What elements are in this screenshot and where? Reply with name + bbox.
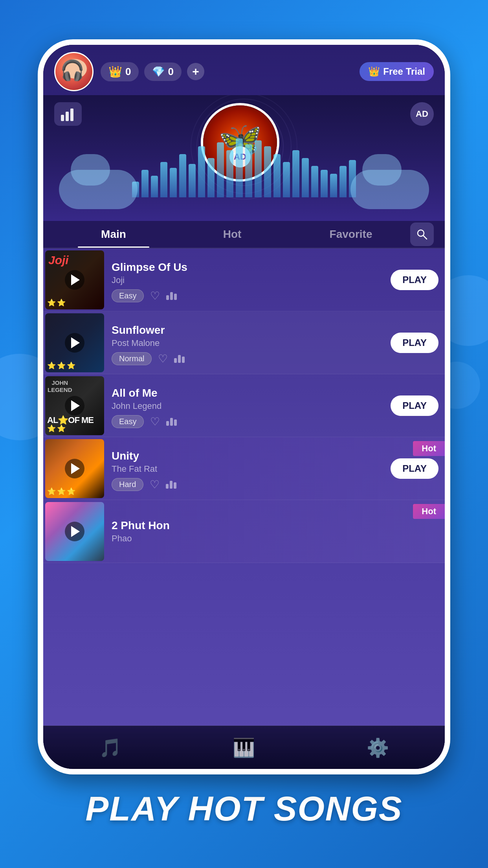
- chart-button-2[interactable]: [174, 355, 185, 363]
- play-overlay-1[interactable]: [65, 270, 84, 290]
- chart-bar: [178, 355, 181, 363]
- song-artist-3: John Legend: [112, 401, 387, 411]
- header-stats: 👑 0 💎 0 +: [101, 62, 352, 81]
- difficulty-badge-2: Normal: [112, 352, 152, 365]
- song-info-5: 2 Phut Hon Phao: [106, 515, 445, 548]
- song-info-2: Sunflower Post Malone Normal ♡: [106, 320, 391, 365]
- play-overlay-3[interactable]: [65, 396, 84, 416]
- song-info-4: Unity The Fat Rat Hard ♡: [106, 446, 391, 491]
- coins-stat: 👑 0: [101, 62, 139, 81]
- stars-row-1: ⭐ ⭐: [47, 298, 66, 307]
- heart-button-4[interactable]: ♡: [150, 478, 160, 491]
- song-artist-1: Joji: [112, 275, 387, 285]
- play-triangle-1: [71, 274, 80, 285]
- star: ⭐: [47, 298, 56, 307]
- add-currency-button[interactable]: +: [187, 63, 204, 80]
- search-button[interactable]: [410, 223, 434, 246]
- difficulty-badge-4: Hard: [112, 478, 143, 491]
- phone-inner: 👑 0 💎 0 + 👑 Free Trial: [43, 45, 445, 769]
- song-item: ⭐ ⭐ ⭐ Unity The Fat Rat Hard ♡: [43, 437, 445, 500]
- svg-rect-2: [70, 108, 73, 121]
- heart-button-1[interactable]: ♡: [150, 289, 160, 302]
- play-overlay-4[interactable]: [65, 459, 84, 478]
- star: ⭐: [47, 487, 56, 496]
- play-triangle-5: [71, 526, 80, 537]
- nav-item-piano[interactable]: 🎹: [233, 737, 255, 758]
- hot-badge-5: Hot: [413, 504, 445, 519]
- song-list: Joji ⭐ ⭐ Glimpse Of Us Joji Easy ♡: [43, 248, 445, 726]
- coins-value: 0: [125, 66, 131, 78]
- free-trial-button[interactable]: 👑 Free Trial: [360, 62, 434, 81]
- play-triangle-2: [71, 337, 80, 348]
- nav-item-music[interactable]: 🎵: [99, 737, 121, 758]
- free-trial-crown-icon: 👑: [368, 66, 380, 77]
- chart-bar: [170, 418, 173, 426]
- song-thumbnail-5: [45, 502, 104, 561]
- song-item: 2 Phut Hon Phao Hot: [43, 500, 445, 563]
- joji-logo: Joji: [48, 254, 69, 267]
- tab-bar: Main Hot Favorite: [43, 221, 445, 248]
- song-thumbnail-3: JOHNLEGEND AL⭐OF ME ⭐ ⭐: [45, 376, 104, 435]
- piano-icon: 🎹: [233, 737, 255, 758]
- play-triangle-3: [71, 400, 80, 411]
- free-trial-label: Free Trial: [383, 66, 425, 77]
- stars-row-3: ⭐ ⭐: [47, 424, 66, 433]
- chart-bar: [166, 295, 169, 300]
- song-info-1: Glimpse Of Us Joji Easy ♡: [106, 257, 391, 302]
- star: ⭐: [57, 361, 66, 370]
- chart-button-3[interactable]: [166, 418, 177, 426]
- gem-icon: 💎: [152, 66, 165, 78]
- header-bar: 👑 0 💎 0 + 👑 Free Trial: [43, 45, 445, 95]
- song-info-3: All of Me John Legend Easy ♡: [106, 383, 391, 428]
- chart-bar: [166, 421, 169, 426]
- play-button-1[interactable]: PLAY: [391, 270, 438, 290]
- chart-bar: [166, 484, 169, 489]
- song-title-1: Glimpse Of Us: [112, 261, 387, 274]
- tab-hot[interactable]: Hot: [173, 222, 292, 247]
- visualizer-area: AD 🦋 AD: [43, 95, 445, 221]
- bottom-nav: 🎵 🎹 ⚙️: [43, 726, 445, 769]
- song-meta-1: Easy ♡: [112, 289, 387, 302]
- tab-main[interactable]: Main: [54, 222, 173, 247]
- clouds-container: [43, 170, 445, 209]
- chart-button-4[interactable]: [166, 481, 176, 489]
- ad-corner-button[interactable]: AD: [410, 102, 434, 126]
- chart-bar: [174, 294, 177, 300]
- song-item: Joji ⭐ ⭐ Glimpse Of Us Joji Easy ♡: [43, 248, 445, 311]
- avatar[interactable]: [54, 52, 94, 91]
- song-meta-4: Hard ♡: [112, 478, 387, 491]
- chart-bar: [174, 419, 177, 426]
- nav-item-settings[interactable]: ⚙️: [367, 737, 389, 758]
- play-overlay-2[interactable]: [65, 333, 84, 353]
- heart-button-3[interactable]: ♡: [150, 415, 160, 428]
- song-item: JOHNLEGEND AL⭐OF ME ⭐ ⭐ All of Me John L…: [43, 374, 445, 437]
- song-artist-5: Phao: [112, 533, 441, 544]
- song-thumbnail-1: Joji ⭐ ⭐: [45, 250, 104, 309]
- tab-favorite[interactable]: Favorite: [292, 222, 410, 247]
- star: ⭐: [67, 361, 75, 370]
- play-button-3[interactable]: PLAY: [391, 395, 438, 416]
- song-title-5: 2 Phut Hon: [112, 519, 441, 532]
- play-button-2[interactable]: PLAY: [391, 333, 438, 353]
- star: ⭐: [57, 424, 66, 433]
- heart-button-2[interactable]: ♡: [158, 352, 168, 365]
- cloud-left: [59, 170, 138, 209]
- chart-button-1[interactable]: [166, 292, 177, 300]
- chart-bar: [170, 481, 172, 489]
- gems-value: 0: [168, 66, 173, 78]
- difficulty-badge-3: Easy: [112, 415, 144, 428]
- cloud-right: [350, 170, 429, 209]
- difficulty-badge-1: Easy: [112, 289, 144, 302]
- song-meta-2: Normal ♡: [112, 352, 387, 365]
- stats-icon-button[interactable]: [54, 102, 82, 126]
- svg-line-9: [423, 235, 427, 239]
- svg-rect-1: [66, 112, 69, 121]
- play-button-4[interactable]: PLAY: [391, 458, 438, 479]
- settings-icon: ⚙️: [367, 737, 389, 758]
- tagline: PLAY HOT SONGS: [85, 789, 402, 829]
- play-overlay-5[interactable]: [65, 522, 84, 541]
- phone-frame: 👑 0 💎 0 + 👑 Free Trial: [38, 39, 450, 774]
- chart-bar: [182, 357, 185, 363]
- star: ⭐: [47, 424, 56, 433]
- song-artist-2: Post Malone: [112, 338, 387, 348]
